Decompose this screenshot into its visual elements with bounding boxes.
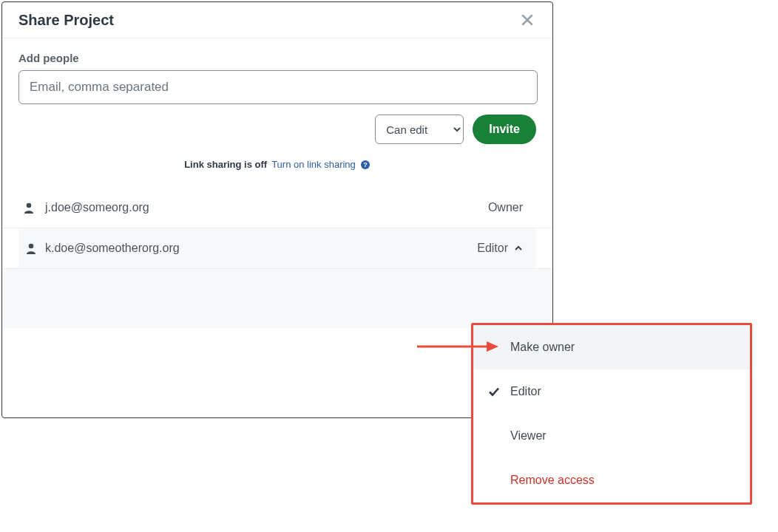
close-button[interactable]: [518, 11, 536, 29]
people-list: j.doe@someorg.org Owner k.doe@someothero…: [18, 188, 536, 269]
dropdown-item-label: Make owner: [510, 341, 735, 354]
chevron-up-icon: [514, 244, 523, 253]
person-row: k.doe@someotherorg.org Editor: [18, 228, 536, 268]
link-sharing-toggle[interactable]: Turn on link sharing: [271, 159, 356, 170]
check-icon: [488, 386, 510, 398]
email-input[interactable]: [18, 70, 538, 104]
modal-title: Share Project: [18, 12, 114, 29]
link-sharing-row: Link sharing is off Turn on link sharing…: [18, 159, 536, 170]
svg-point-3: [29, 244, 34, 249]
dropdown-item-viewer[interactable]: Viewer: [473, 414, 750, 458]
invite-button[interactable]: Invite: [473, 115, 536, 144]
dropdown-item-label: Viewer: [510, 429, 735, 443]
dropdown-item-make-owner[interactable]: Make owner: [473, 325, 750, 369]
close-icon: [521, 14, 533, 26]
person-row: j.doe@someorg.org Owner: [18, 188, 536, 228]
dropdown-item-label: Editor: [510, 385, 735, 398]
permission-select[interactable]: Can edit: [375, 115, 464, 144]
role-dropdown-menu: Make owner Editor Viewer Remove access: [471, 323, 752, 505]
invite-row: Can edit Invite: [18, 115, 536, 144]
link-sharing-status: Link sharing is off: [184, 159, 267, 170]
role-label: Owner: [488, 201, 523, 214]
person-email: k.doe@someotherorg.org: [39, 242, 477, 255]
person-role: Owner: [488, 201, 536, 214]
dropdown-item-remove-access[interactable]: Remove access: [473, 458, 750, 502]
role-label: Editor: [477, 242, 508, 255]
person-email: j.doe@someorg.org: [39, 201, 488, 214]
svg-text:?: ?: [363, 161, 368, 168]
user-icon: [18, 242, 39, 254]
dropdown-item-label: Remove access: [510, 474, 735, 487]
modal-header: Share Project: [2, 2, 552, 38]
dropdown-item-editor[interactable]: Editor: [473, 369, 750, 414]
help-icon[interactable]: ?: [360, 160, 371, 170]
user-icon: [18, 202, 39, 214]
person-role-dropdown-trigger[interactable]: Editor: [477, 242, 536, 255]
svg-point-2: [27, 203, 32, 208]
modal-footer: [2, 269, 552, 328]
modal-body: Add people Can edit Invite Link sharing …: [2, 38, 552, 328]
add-people-label: Add people: [18, 52, 536, 64]
